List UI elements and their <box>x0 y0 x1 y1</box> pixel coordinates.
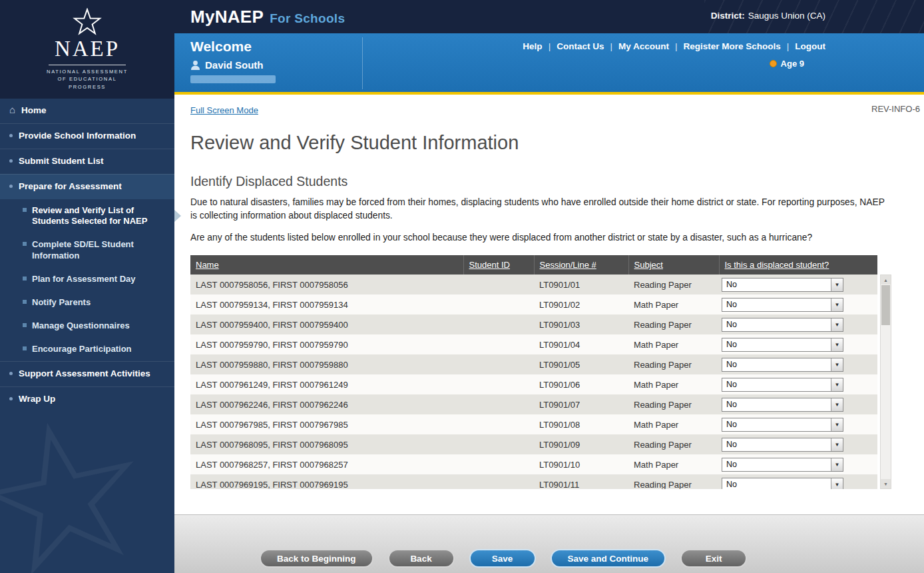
sort-displaced-link[interactable]: Is this a displaced student? <box>725 260 829 270</box>
logo-acronym: NAEP <box>55 38 120 60</box>
session-line-cell: LT0901/05 <box>534 354 628 374</box>
displaced-student-select[interactable]: No ▼ <box>722 318 843 332</box>
sidebar-item-submit-student-list[interactable]: Submit Student List <box>0 149 174 174</box>
displaced-student-select[interactable]: No ▼ <box>722 418 843 432</box>
sort-subject-link[interactable]: Subject <box>634 260 663 270</box>
header-nav: Help| Contact Us| My Account| Register M… <box>523 41 825 51</box>
scroll-down-icon[interactable]: ▼ <box>881 479 891 488</box>
subject-cell: Reading Paper <box>628 434 719 454</box>
column-header-student-id: Student ID <box>463 255 534 275</box>
displaced-select-value: No <box>722 300 831 309</box>
sidebar-item-label: Encourage Participation <box>32 344 132 355</box>
back-to-beginning-button[interactable]: Back to Beginning <box>260 549 373 568</box>
nav-help[interactable]: Help <box>523 41 542 51</box>
student-table-zone: Name Student ID Session/Line # Subject I… <box>190 255 908 489</box>
displaced-cell: No ▼ <box>719 414 877 434</box>
session-line-cell: LT0901/04 <box>534 334 628 354</box>
main-content: Full Screen Mode REV-INFO-6 Review and V… <box>174 95 924 514</box>
subject-cell: Reading Paper <box>628 275 719 294</box>
welcome-title: Welcome <box>190 39 276 55</box>
age-badge[interactable]: Age 9 <box>770 59 804 69</box>
displaced-cell: No ▼ <box>719 374 877 394</box>
chevron-down-icon: ▼ <box>831 338 843 351</box>
session-line-cell: LT0901/01 <box>534 275 628 294</box>
home-icon: ⌂ <box>9 105 15 115</box>
nav-my-account[interactable]: My Account <box>618 41 669 51</box>
displaced-cell: No ▼ <box>719 454 877 474</box>
sidebar-item-provide-school-information[interactable]: Provide School Information <box>0 123 174 149</box>
bullet-icon <box>9 397 13 400</box>
table-row: LAST 0007968257, FIRST 0007968257 LT0901… <box>190 454 877 474</box>
sidebar-item-label: Notify Parents <box>32 297 91 308</box>
student-id-cell <box>463 394 534 414</box>
displaced-student-select[interactable]: No ▼ <box>722 478 843 490</box>
sidebar-item-manage-questionnaires[interactable]: Manage Questionnaires <box>0 314 174 338</box>
chevron-down-icon: ▼ <box>831 458 843 471</box>
subject-cell: Math Paper <box>628 454 719 474</box>
sidebar-item-label: Complete SD/EL Student Information <box>32 239 168 262</box>
student-table: Name Student ID Session/Line # Subject I… <box>190 255 877 489</box>
sort-session-line-link[interactable]: Session/Line # <box>540 260 596 270</box>
sidebar-item-home[interactable]: ⌂ Home <box>0 99 174 123</box>
chevron-down-icon: ▼ <box>831 298 843 311</box>
save-button[interactable]: Save <box>469 549 536 568</box>
sidebar-item-review-and-verify-list[interactable]: Review and Verify List of Students Selec… <box>0 199 174 234</box>
displaced-student-select[interactable]: No ▼ <box>722 398 843 412</box>
full-screen-mode-link[interactable]: Full Screen Mode <box>190 105 258 115</box>
subject-cell: Reading Paper <box>628 314 719 334</box>
table-scrollbar[interactable]: ▲ ▼ <box>880 275 891 489</box>
scroll-up-icon[interactable]: ▲ <box>881 275 891 285</box>
displaced-cell: No ▼ <box>719 334 877 354</box>
sidebar-item-prepare-for-assessment[interactable]: Prepare for Assessment <box>0 174 174 199</box>
age-dot-icon <box>770 60 777 67</box>
exit-button[interactable]: Exit <box>680 549 747 568</box>
displaced-student-select[interactable]: No ▼ <box>722 378 843 392</box>
sidebar-item-plan-for-assessment-day[interactable]: Plan for Assessment Day <box>0 268 174 291</box>
displaced-student-select[interactable]: No ▼ <box>722 458 843 472</box>
chevron-down-icon: ▼ <box>831 358 843 371</box>
district-value: Saugus Union (CA) <box>748 11 825 21</box>
displaced-student-select[interactable]: No ▼ <box>722 298 843 312</box>
sidebar-item-label: Manage Questionnaires <box>32 320 130 332</box>
page-title: Review and Verify Student Information <box>190 132 908 154</box>
displaced-student-select[interactable]: No ▼ <box>722 338 843 352</box>
nav-logout[interactable]: Logout <box>795 41 825 51</box>
sidebar-item-label: Prepare for Assessment <box>19 181 122 193</box>
sidebar-item-label: Submit Student List <box>19 156 104 167</box>
sidebar-item-label: Wrap Up <box>19 394 55 405</box>
sidebar-item-notify-parents[interactable]: Notify Parents <box>0 291 174 314</box>
sidebar-item-wrap-up[interactable]: Wrap Up <box>0 386 174 412</box>
column-header-displaced: Is this a displaced student? <box>719 255 877 275</box>
student-id-cell <box>463 314 534 334</box>
displaced-select-value: No <box>722 380 831 389</box>
column-header-session-line: Session/Line # <box>534 255 628 275</box>
sort-student-id-link[interactable]: Student ID <box>469 260 510 270</box>
sidebar-item-encourage-participation[interactable]: Encourage Participation <box>0 338 174 361</box>
displaced-student-select[interactable]: No ▼ <box>722 438 843 452</box>
user-icon <box>190 60 200 71</box>
displaced-student-select[interactable]: No ▼ <box>722 358 843 372</box>
sidebar-item-support-assessment-activities[interactable]: Support Assessment Activities <box>0 361 174 386</box>
sidebar-item-label: Plan for Assessment Day <box>32 274 136 285</box>
sidebar-item-complete-sd-el-information[interactable]: Complete SD/EL Student Information <box>0 233 174 268</box>
app-name: MyNAEP <box>190 7 264 27</box>
welcome-block: Welcome David South <box>190 39 276 83</box>
student-id-cell <box>463 294 534 314</box>
student-id-cell <box>463 275 534 294</box>
scrollbar-thumb[interactable] <box>881 285 890 325</box>
table-row: LAST 0007968095, FIRST 0007968095 LT0901… <box>190 434 877 454</box>
nav-register-more-schools[interactable]: Register More Schools <box>683 41 780 51</box>
student-id-cell <box>463 414 534 434</box>
subject-cell: Math Paper <box>628 414 719 434</box>
nav-contact-us[interactable]: Contact Us <box>557 41 604 51</box>
back-button[interactable]: Back <box>388 549 455 568</box>
bullet-icon <box>9 134 13 137</box>
displaced-select-value: No <box>722 460 831 469</box>
save-and-continue-button[interactable]: Save and Continue <box>551 549 666 568</box>
student-name-cell: LAST 0007968095, FIRST 0007968095 <box>190 434 463 454</box>
sort-name-link[interactable]: Name <box>196 260 219 270</box>
displaced-student-select[interactable]: No ▼ <box>722 278 843 292</box>
student-name-cell: LAST 0007959400, FIRST 0007959400 <box>190 314 463 334</box>
column-header-name: Name <box>190 255 463 275</box>
question-text: Are any of the students listed below enr… <box>190 231 886 245</box>
